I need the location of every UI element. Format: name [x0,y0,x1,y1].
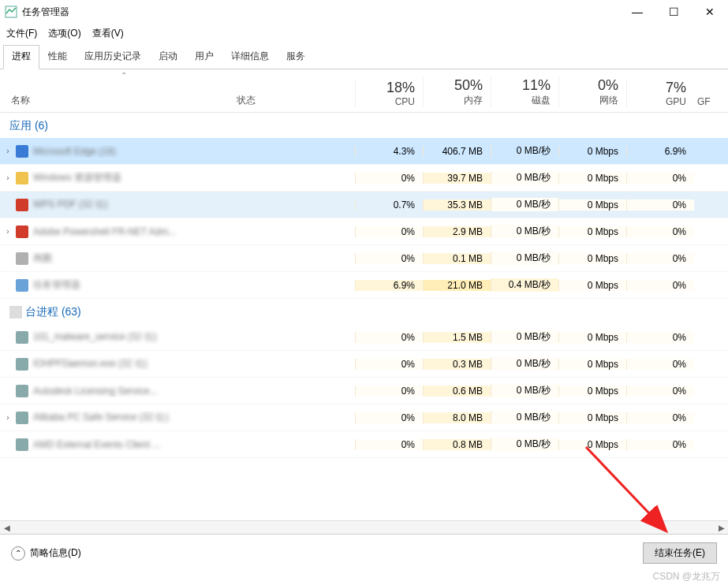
col-disk[interactable]: 11% 磁盘 [491,77,558,107]
disk-pct: 11% [491,77,551,94]
process-row[interactable]: ›Alibaba PC Safe Service (32 位)0%8.0 MB0… [0,404,728,431]
fewer-details-button[interactable]: ⌃ 简略信息(D) [11,546,643,561]
process-row[interactable]: Autodesk Licensing Service...0%0.6 MB0 M… [0,378,728,404]
process-name: Microsoft Edge (18) [33,146,116,157]
metric-cell: 0 MB/秒 [491,252,558,265]
process-name: 画图 [33,252,52,265]
column-headers: ⌃ 名称 状态 18% CPU 50% 内存 11% 磁盘 0% 网络 7% G… [0,69,728,113]
metric-cell: 0 MB/秒 [491,225,558,238]
menu-view[interactable]: 查看(V) [92,27,124,40]
group-title: 台进程 (63) [25,305,81,318]
metric-cell: 0% [355,412,423,423]
metric-cell: 0 MB/秒 [491,171,558,184]
process-row[interactable]: AMD External Events Client ...0%0.8 MB0 … [0,431,728,458]
metric-cell: 0 MB/秒 [491,357,558,371]
expand-icon[interactable]: › [0,227,16,236]
menu-options[interactable]: 选项(O) [48,27,80,40]
gpe-label: GF [697,96,711,107]
gpu-pct: 7% [627,80,686,96]
process-row[interactable]: ›Windows 资源管理器0%39.7 MB0 MB/秒0 Mbps0% [0,165,728,192]
metric-cell: 0 Mbps [558,253,626,264]
tab-3[interactable]: 启动 [150,45,186,69]
col-status[interactable]: 状态 [237,94,355,107]
col-name-label: 名称 [11,94,237,107]
metric-cell: 0 Mbps [558,439,626,450]
tab-1[interactable]: 性能 [39,45,76,69]
name-cell: 101_malware_service (32 位) [16,330,237,344]
group-header[interactable]: 应用 (6) [0,113,728,138]
col-status-label: 状态 [237,94,256,107]
col-cpu[interactable]: 18% CPU [355,80,423,107]
col-name[interactable]: ⌃ 名称 [0,71,237,107]
col-net[interactable]: 0% 网络 [558,77,626,107]
name-cell: IOHPFDaemon.exe (32 位) [16,357,237,371]
expand-icon[interactable]: › [0,413,16,422]
name-cell: Windows 资源管理器 [16,171,237,184]
process-name: Adobe Powershell FR-NET Adm... [33,226,176,237]
end-task-button[interactable]: 结束任务(E) [643,542,717,564]
metric-cell: 6.9% [626,146,694,157]
metric-cell: 0.1 MB [423,253,491,264]
name-cell: Alibaba PC Safe Service (32 位) [16,411,237,424]
metric-cell: 0% [626,199,694,211]
cpu-pct: 18% [356,80,415,96]
tab-5[interactable]: 详细信息 [222,45,278,69]
tab-4[interactable]: 用户 [186,45,222,69]
metric-cell: 0% [626,386,694,397]
name-cell: Adobe Powershell FR-NET Adm... [16,225,237,238]
tab-2[interactable]: 应用历史记录 [76,45,150,69]
footer: ⌃ 简略信息(D) 结束任务(E) [0,534,728,572]
process-list[interactable]: 应用 (6)›Microsoft Edge (18)4.3%406.7 MB0 … [0,113,728,520]
metric-cell: 0 Mbps [558,146,626,157]
metric-cell: 2.9 MB [423,226,491,237]
scroll-right-icon[interactable]: ▶ [715,524,728,532]
group-header[interactable]: 台进程 (63) [0,299,728,324]
menu-file[interactable]: 文件(F) [6,27,37,40]
process-row[interactable]: 画图0%0.1 MB0 MB/秒0 Mbps0% [0,245,728,272]
group-icon [9,306,22,319]
window-controls: — ☐ ✕ [619,0,728,24]
process-icon [16,358,28,371]
metric-cell: 1.5 MB [423,332,491,343]
process-row[interactable]: IOHPFDaemon.exe (32 位)0%0.3 MB0 MB/秒0 Mb… [0,351,728,378]
expand-icon[interactable]: › [0,147,16,155]
process-row[interactable]: 任务管理器6.9%21.0 MB0.4 MB/秒0 Mbps0% [0,272,728,299]
process-icon [16,279,28,292]
metric-cell: 0.3 MB [423,359,491,370]
net-pct: 0% [559,77,618,94]
minimize-button[interactable]: — [619,0,655,24]
metric-cell: 0 MB/秒 [491,144,558,158]
metric-cell: 0.6 MB [423,386,491,397]
expand-icon[interactable]: › [0,173,16,182]
process-row[interactable]: ›Microsoft Edge (18)4.3%406.7 MB0 MB/秒0 … [0,138,728,165]
metric-cell: 0 Mbps [558,332,626,343]
process-icon [16,172,28,184]
metric-cell: 0 Mbps [558,173,626,184]
process-row[interactable]: ›Adobe Powershell FR-NET Adm...0%2.9 MB0… [0,218,728,245]
metric-cell: 0% [626,412,694,423]
scroll-left-icon[interactable]: ◀ [0,524,13,532]
tab-6[interactable]: 服务 [278,45,314,69]
metric-cell: 0.7% [355,199,423,211]
metric-cell: 39.7 MB [423,173,491,184]
name-cell: Autodesk Licensing Service... [16,385,237,397]
close-button[interactable]: ✕ [692,0,728,24]
metric-cell: 0 Mbps [558,199,626,211]
horizontal-scrollbar[interactable]: ◀ ▶ [0,520,728,534]
process-name: WPS PDF (32 位) [33,198,108,211]
metric-cell: 0% [626,280,694,291]
col-gpu[interactable]: 7% GPU [626,80,694,107]
metric-cell: 0% [355,359,423,370]
metric-cell: 0% [626,359,694,370]
metric-cell: 0% [355,173,423,184]
maximize-button[interactable]: ☐ [655,0,692,24]
process-row[interactable]: 101_malware_service (32 位)0%1.5 MB0 MB/秒… [0,324,728,351]
name-cell: 任务管理器 [16,278,237,292]
tab-0[interactable]: 进程 [3,45,39,69]
window-title: 任务管理器 [22,6,619,19]
process-icon [16,199,28,211]
col-gpu-engine[interactable]: GF [694,96,710,107]
process-row[interactable]: WPS PDF (32 位)0.7%35.3 MB0 MB/秒0 Mbps0% [0,192,728,218]
metric-cell: 0% [355,439,423,450]
col-mem[interactable]: 50% 内存 [423,77,491,107]
